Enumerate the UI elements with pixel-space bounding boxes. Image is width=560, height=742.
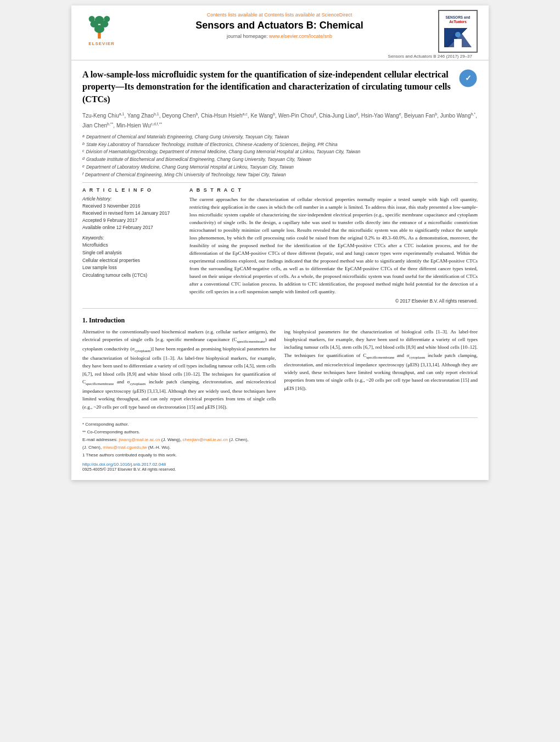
footnote-co-corresponding: ** Co-Corresponding authors. (82, 429, 478, 436)
authors: Tzu-Keng Chiua,1, Yang Zhaob,1, Deyong C… (82, 111, 478, 130)
available-date: Available online 12 February 2017 (82, 224, 181, 231)
footnote-emails: E-mail addresses: jlwang@mail.ie.ac.cn (… (82, 437, 478, 443)
keywords-label: Keywords: (82, 235, 181, 241)
received-date: Received 3 November 2016 (82, 203, 181, 210)
sensors-logo-text: SENSORS and AcTuators (445, 15, 470, 24)
keyword-2: Single cell analysis (82, 249, 181, 257)
doi-footer[interactable]: http://dx.doi.org/10.1016/j.snb.2017.02.… (82, 462, 478, 467)
elsevier-label: ELSEVIER (88, 41, 115, 46)
abstract-col: A B S T R A C T The current approaches f… (189, 187, 478, 303)
email-link-3[interactable]: mlwu@mail.cguedu.tw (103, 445, 147, 450)
keywords-block: Keywords: Microfluidics Single cell anal… (82, 235, 181, 279)
divider-1 (82, 182, 478, 183)
svg-point-9 (455, 32, 461, 37)
introduction-body: Alternative to the conventionally-used b… (82, 328, 478, 411)
divider-2 (82, 308, 478, 309)
introduction-title: 1. Introduction (82, 316, 478, 325)
keyword-1: Microfluidics (82, 242, 181, 249)
revised-date: Received in revised form 14 January 2017 (82, 210, 181, 217)
footnotes-section: * Corresponding author. ** Co-Correspond… (82, 417, 478, 459)
email-link-2[interactable]: chenjian@mail.ie.ac.cn (183, 437, 228, 442)
affiliations: aDepartment of Chemical and Materials En… (82, 133, 478, 178)
svg-point-4 (94, 16, 104, 24)
accepted-date: Accepted 9 February 2017 (82, 217, 181, 224)
footnote-corresponding: * Corresponding author. (82, 421, 478, 428)
journal-title: Sensors and Actuators B: Chemical (126, 20, 433, 31)
keyword-4: Low sample loss (82, 264, 181, 272)
svg-rect-8 (454, 39, 462, 47)
intro-left-col: Alternative to the conventionally-used b… (82, 328, 276, 411)
history-label: Article history: (82, 196, 181, 202)
footnote-email-3: (J. Chen), mlwu@mail.cguedu.tw (M.-H. Wu… (82, 444, 478, 451)
article-title: A low-sample-loss microfluidic system fo… (82, 69, 458, 105)
sensors-logo-graphic (444, 28, 472, 47)
email-link-1[interactable]: jlwang@mail.ie.ac.cn (119, 437, 160, 442)
crossmark-icon[interactable]: ✓ (458, 69, 478, 88)
elsevier-logo: ELSEVIER (82, 10, 121, 46)
abstract-text: The current approaches for the character… (189, 196, 478, 295)
svg-point-6 (104, 16, 110, 22)
journal-homepage: journal homepage: www.elsevier.com/locat… (126, 34, 433, 39)
journal-header: ELSEVIER Contents lists available at Con… (71, 5, 489, 60)
copyright-line: © 2017 Elsevier B.V. All rights reserved… (189, 298, 478, 304)
abstract-header: A B S T R A C T (189, 187, 478, 193)
article-info-col: A R T I C L E I N F O Article history: R… (82, 187, 181, 303)
article-info-header: A R T I C L E I N F O (82, 187, 181, 193)
doi-line: Sensors and Actuators B 246 (2017) 29–37 (82, 54, 478, 60)
info-abstract-section: A R T I C L E I N F O Article history: R… (82, 187, 478, 303)
keyword-5: Circulating tumour cells (CTCs) (82, 272, 181, 280)
history-block: Article history: Received 3 November 201… (82, 196, 181, 231)
intro-right-col: ing biophysical parameters for the chara… (284, 328, 478, 411)
article-content: A low-sample-loss microfluidic system fo… (71, 60, 489, 480)
sciencedirect-text: Contents lists available at Contents lis… (126, 12, 433, 18)
footnote-note1: 1 These authors contributed equally to t… (82, 452, 478, 459)
keyword-3: Cellular electrical properties (82, 257, 181, 265)
svg-point-5 (88, 16, 94, 22)
title-row: A low-sample-loss microfluidic system fo… (82, 69, 478, 105)
journal-page: ELSEVIER Contents lists available at Con… (71, 5, 489, 480)
header-center: Contents lists available at Contents lis… (121, 10, 438, 41)
sensors-actuators-logo: SENSORS and AcTuators (438, 10, 478, 53)
homepage-link[interactable]: www.elsevier.com/locate/snb (269, 34, 332, 39)
svg-text:✓: ✓ (465, 74, 472, 82)
issn-line: 0925-4005/© 2017 Elsevier B.V. All right… (82, 467, 478, 472)
sciencedirect-link[interactable]: Contents lists available at ScienceDirec… (264, 12, 352, 18)
svg-rect-0 (98, 32, 101, 38)
